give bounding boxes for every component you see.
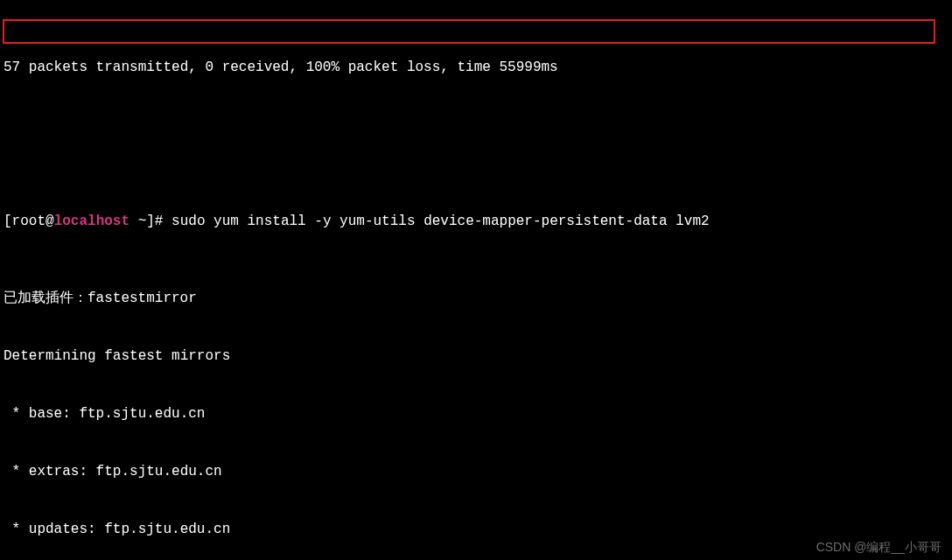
command-text: sudo yum install -y yum-utils device-map… (172, 214, 710, 229)
output-line: * extras: ftp.sjtu.edu.cn (0, 462, 952, 481)
shell-prompt-line[interactable]: [root@localhost ~]# sudo yum install -y … (0, 212, 952, 231)
prompt-cwd: ~ (138, 214, 147, 229)
command-highlight-box (3, 19, 935, 44)
prompt-user: root (12, 214, 46, 229)
output-line: * updates: ftp.sjtu.edu.cn (0, 520, 952, 539)
prompt-host: localhost (54, 214, 130, 229)
ping-summary-line: 57 packets transmitted, 0 received, 100%… (0, 58, 952, 77)
blank-line (0, 135, 952, 154)
prompt-suffix: ]# (146, 214, 172, 229)
terminal-output[interactable]: 57 packets transmitted, 0 received, 100%… (0, 0, 952, 560)
output-line: * base: ftp.sjtu.edu.cn (0, 404, 952, 424)
watermark-text: CSDN @编程__小哥哥 (816, 537, 942, 556)
output-line: Determining fastest mirrors (0, 346, 952, 366)
output-line: 已加载插件：fastestmirror (0, 289, 952, 308)
